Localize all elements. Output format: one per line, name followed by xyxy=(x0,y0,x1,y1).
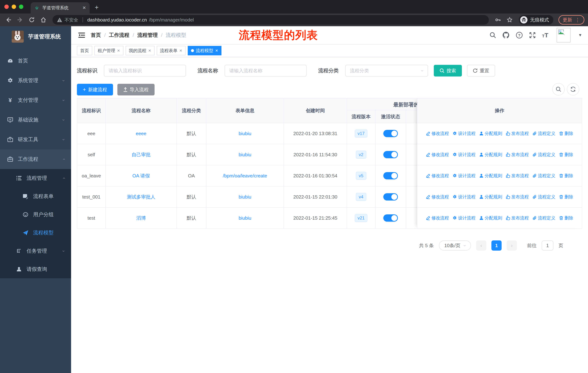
new-tab-button[interactable]: + xyxy=(95,4,99,11)
close-window-button[interactable] xyxy=(4,5,9,9)
forward-icon[interactable] xyxy=(15,17,25,23)
tab-close-icon[interactable]: ✕ xyxy=(82,5,86,10)
sidebar-item-process-management[interactable]: 流程管理 › xyxy=(0,169,71,187)
form-info-link[interactable]: biubiu xyxy=(239,215,251,221)
edit-process-link[interactable]: 修改流程 xyxy=(426,173,449,179)
tag-tenant[interactable]: 租户管理 ✕ xyxy=(94,46,123,55)
toggle-search-button[interactable] xyxy=(552,83,565,95)
process-name-link[interactable]: 自己审批 xyxy=(132,151,151,158)
sidebar-item-user-group[interactable]: 用户分组 xyxy=(0,205,71,224)
minimize-window-button[interactable] xyxy=(12,5,16,9)
menu-fold-icon[interactable] xyxy=(75,32,89,38)
tag-close-icon[interactable]: ✕ xyxy=(148,49,151,53)
page-size-select[interactable]: 10条/页 › xyxy=(439,240,471,251)
delete-link[interactable]: 删除 xyxy=(559,152,573,158)
delete-link[interactable]: 删除 xyxy=(559,215,573,221)
design-process-link[interactable]: 设计流程 xyxy=(452,215,475,221)
process-definition-link[interactable]: 流程定义 xyxy=(532,215,555,221)
edit-process-link[interactable]: 修改流程 xyxy=(426,131,449,136)
delete-link[interactable]: 删除 xyxy=(559,194,573,200)
security-warning-icon[interactable] xyxy=(57,17,62,22)
process-name-link[interactable]: eeee xyxy=(136,131,146,136)
assign-rule-link[interactable]: 分配规则 xyxy=(479,194,502,200)
back-icon[interactable] xyxy=(4,17,13,23)
process-id-input[interactable] xyxy=(104,65,186,77)
delete-link[interactable]: 删除 xyxy=(559,131,573,136)
tag-close-icon[interactable]: ✕ xyxy=(179,49,182,53)
tag-close-icon[interactable]: ✕ xyxy=(117,49,120,53)
user-avatar[interactable] xyxy=(557,28,570,42)
process-name-link[interactable]: OA 请假 xyxy=(132,173,150,179)
window-controls[interactable] xyxy=(0,0,28,13)
import-process-button[interactable]: 导入流程 xyxy=(117,84,155,95)
process-name-input[interactable] xyxy=(225,65,307,77)
refresh-button[interactable] xyxy=(567,83,579,95)
sidebar-item-home[interactable]: 首页 xyxy=(0,51,71,71)
form-info-link[interactable]: biubiu xyxy=(239,194,251,200)
publish-process-link[interactable]: 发布流程 xyxy=(506,173,529,179)
sidebar-item-infrastructure[interactable]: 基础设施 › xyxy=(0,110,71,130)
fullscreen-icon[interactable] xyxy=(529,32,536,39)
search-button[interactable]: 搜索 xyxy=(434,65,462,77)
key-icon[interactable] xyxy=(493,17,503,23)
sidebar-item-dev-tools[interactable]: 研发工具 › xyxy=(0,130,71,149)
active-toggle[interactable] xyxy=(383,151,398,158)
bookmark-star-icon[interactable] xyxy=(505,17,514,23)
assign-rule-link[interactable]: 分配规则 xyxy=(479,173,502,179)
browser-tab[interactable]: 芋道管理系统 ✕ xyxy=(31,2,90,13)
form-info-link[interactable]: biubiu xyxy=(239,152,251,158)
sidebar-item-workflow[interactable]: 工作流程 › xyxy=(0,149,71,169)
form-info-link[interactable]: biubiu xyxy=(239,131,251,136)
publish-process-link[interactable]: 发布流程 xyxy=(506,131,529,136)
sidebar-item-system[interactable]: 系统管理 › xyxy=(0,71,71,90)
next-page-button[interactable]: › xyxy=(507,240,517,251)
browser-update-button[interactable]: 更新 ⋮ xyxy=(558,15,584,25)
design-process-link[interactable]: 设计流程 xyxy=(452,173,475,179)
assign-rule-link[interactable]: 分配规则 xyxy=(479,152,502,158)
active-toggle[interactable] xyxy=(383,193,398,201)
font-size-icon[interactable]: TT xyxy=(542,32,548,39)
assign-rule-link[interactable]: 分配规则 xyxy=(479,131,502,136)
assign-rule-link[interactable]: 分配规则 xyxy=(479,215,502,221)
tag-close-icon[interactable]: ✕ xyxy=(215,49,218,53)
process-category-select[interactable]: 流程分类 › xyxy=(345,65,428,77)
publish-process-link[interactable]: 发布流程 xyxy=(506,152,529,158)
avatar-caret-icon[interactable]: ▼ xyxy=(578,33,582,38)
search-icon[interactable] xyxy=(490,32,496,39)
edit-process-link[interactable]: 修改流程 xyxy=(426,194,449,200)
design-process-link[interactable]: 设计流程 xyxy=(452,152,475,158)
process-name-link[interactable]: 测试多审批人 xyxy=(127,194,155,200)
version-badge[interactable]: v5 xyxy=(356,172,366,180)
home-icon[interactable] xyxy=(39,17,48,23)
sidebar-item-payment[interactable]: ¥ 支付管理 › xyxy=(0,90,71,110)
tag-process-form[interactable]: 流程表单 ✕ xyxy=(157,46,186,55)
menu-dots-icon[interactable]: ⋮ xyxy=(575,17,580,23)
sidebar-item-leave-query[interactable]: 请假查询 xyxy=(0,260,71,278)
tag-home[interactable]: 首页 xyxy=(77,46,92,55)
zoom-window-button[interactable] xyxy=(19,5,23,9)
goto-page-input[interactable] xyxy=(542,240,553,251)
sidebar-item-process-model[interactable]: 流程模型 xyxy=(0,224,71,242)
version-badge[interactable]: v2 xyxy=(356,151,366,159)
breadcrumb-process-management[interactable]: 流程管理 xyxy=(137,32,158,39)
version-badge[interactable]: v17 xyxy=(355,130,368,138)
process-definition-link[interactable]: 流程定义 xyxy=(532,131,555,136)
active-toggle[interactable] xyxy=(383,130,398,137)
reset-button[interactable]: 重置 xyxy=(467,65,495,77)
process-name-link[interactable]: 滔博 xyxy=(136,215,146,221)
design-process-link[interactable]: 设计流程 xyxy=(452,194,475,200)
active-toggle[interactable] xyxy=(383,214,398,222)
help-icon[interactable]: ? xyxy=(516,32,523,39)
form-info-link[interactable]: /bpm/oa/leave/create xyxy=(223,173,267,179)
breadcrumb-workflow[interactable]: 工作流程 xyxy=(109,32,129,39)
process-definition-link[interactable]: 流程定义 xyxy=(532,194,555,200)
reload-icon[interactable] xyxy=(27,17,36,23)
active-toggle[interactable] xyxy=(383,172,398,179)
design-process-link[interactable]: 设计流程 xyxy=(452,131,475,136)
sidebar-item-task-management[interactable]: 任务管理 › xyxy=(0,242,71,260)
version-badge[interactable]: v21 xyxy=(355,214,368,222)
url-bar[interactable]: 不安全 dashboard.yudao.iocoder.cn/bpm/manag… xyxy=(52,15,489,25)
delete-link[interactable]: 删除 xyxy=(559,173,573,179)
process-definition-link[interactable]: 流程定义 xyxy=(532,173,555,179)
publish-process-link[interactable]: 发布流程 xyxy=(506,194,529,200)
